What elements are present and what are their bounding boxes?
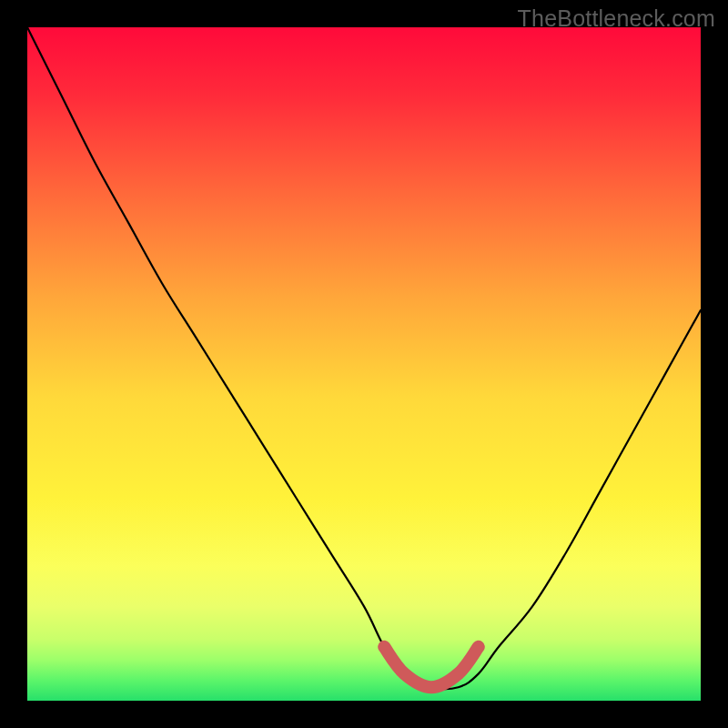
watermark-text: TheBottleneck.com [518,5,715,32]
plot-area [27,27,701,701]
gradient-background [27,27,701,701]
plot-svg [27,27,701,701]
chart-frame: TheBottleneck.com [0,0,728,728]
